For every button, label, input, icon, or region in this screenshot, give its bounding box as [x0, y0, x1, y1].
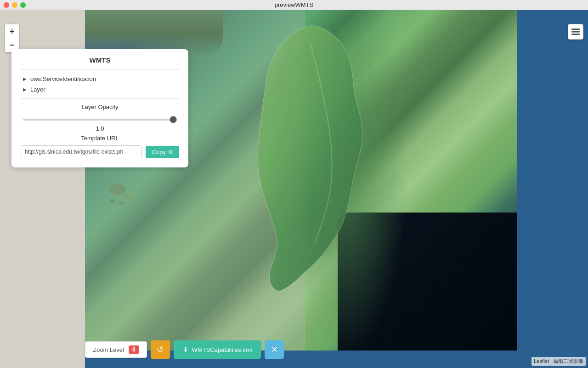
- zoom-level-label: Zoom Level: [93, 346, 124, 353]
- map-container: + − WMTS ▶ ows:ServiceIdentification ▶ L…: [0, 10, 588, 368]
- opacity-label: Layer Opacity: [21, 104, 179, 110]
- copy-button[interactable]: Copy ⧉: [146, 146, 179, 158]
- window-title: previewWMTS: [275, 1, 314, 8]
- svg-rect-6: [571, 34, 580, 35]
- layers-button[interactable]: [568, 24, 583, 40]
- download-capabilities-button[interactable]: ⬇ WMTSCapabilities.xml: [174, 340, 261, 359]
- svg-rect-5: [571, 31, 580, 33]
- svg-rect-4: [571, 29, 580, 30]
- tree-arrow-service: ▶: [23, 76, 27, 81]
- zoom-level-value: 8: [129, 345, 139, 354]
- taiwan-svg-shape: [237, 19, 384, 323]
- panel-divider-mid: [21, 98, 179, 99]
- layers-icon: [571, 27, 580, 36]
- layer-opacity-section: Layer Opacity 1.0: [21, 104, 179, 132]
- wmts-panel: WMTS ▶ ows:ServiceIdentification ▶ Layer…: [11, 49, 188, 167]
- map-attribution: Leaflet | 福衛二號影像: [531, 357, 586, 366]
- tree-arrow-layer: ▶: [23, 87, 27, 92]
- tree-label-layer: Layer: [30, 86, 45, 93]
- zoom-in-button[interactable]: +: [5, 24, 19, 38]
- template-url-row: Copy ⧉: [21, 145, 179, 158]
- maximize-traffic-light[interactable]: [20, 2, 26, 8]
- zoom-controls: + −: [5, 24, 19, 52]
- bottom-toolbar: Zoom Level 8 ↺ ⬇ WMTSCapabilities.xml ✕: [85, 340, 284, 359]
- refresh-icon: ↺: [157, 345, 164, 355]
- opacity-value: 1.0: [21, 125, 179, 132]
- refresh-button[interactable]: ↺: [151, 340, 170, 359]
- panel-divider-top: [21, 69, 179, 70]
- template-url-label: Template URL: [21, 135, 179, 142]
- zoom-level-badge: Zoom Level 8: [85, 341, 147, 358]
- tree-label-service: ows:ServiceIdentification: [30, 75, 96, 82]
- tree-item-service[interactable]: ▶ ows:ServiceIdentification: [21, 74, 179, 84]
- template-url-input[interactable]: [21, 145, 142, 158]
- close-x-icon: ✕: [271, 345, 278, 355]
- close-traffic-light[interactable]: [4, 2, 9, 8]
- capabilities-file-label: WMTSCapabilities.xml: [192, 346, 252, 353]
- download-icon: ⬇: [183, 346, 188, 353]
- copy-button-label: Copy: [152, 149, 166, 155]
- minimize-traffic-light[interactable]: [12, 2, 17, 8]
- copy-icon: ⧉: [169, 149, 173, 155]
- wmts-panel-title: WMTS: [21, 56, 179, 64]
- traffic-lights: [4, 2, 26, 8]
- titlebar: previewWMTS: [0, 0, 588, 10]
- close-button[interactable]: ✕: [265, 340, 284, 359]
- opacity-slider-container: [21, 114, 179, 122]
- opacity-slider[interactable]: [23, 119, 177, 121]
- tree-item-layer[interactable]: ▶ Layer: [21, 84, 179, 95]
- attribution-text: Leaflet | 福衛二號影像: [534, 358, 583, 364]
